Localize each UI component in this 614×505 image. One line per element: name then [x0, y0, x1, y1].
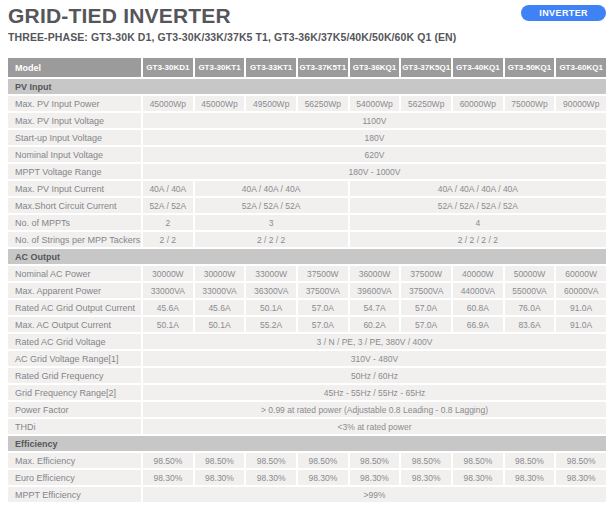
spec-cell: 45.6A	[143, 300, 193, 315]
spec-cell: 98.50%	[505, 453, 555, 468]
spec-cell: 54000Wp	[350, 96, 400, 111]
row-label: No. of Strings per MPP Tackers	[8, 232, 141, 247]
spec-cell: 33000VA	[143, 283, 193, 298]
spec-cell: 30000W	[195, 266, 245, 281]
table-row: MPPT Efficiency>99%	[8, 487, 606, 502]
spec-cell: 57.0A	[298, 300, 348, 315]
spec-cell: 91.0A	[556, 317, 606, 332]
spec-sheet-page: INVERTER GRID-TIED INVERTER THREE-PHASE:…	[0, 0, 614, 502]
table-row: Max. Apparent Power33000VA33000VA36300VA…	[8, 283, 606, 298]
table-row: Max. AC Output Current50.1A50.1A55.2A57.…	[8, 317, 606, 332]
row-label: MPPT Voltage Range	[8, 164, 141, 179]
spec-cell: 98.50%	[143, 453, 193, 468]
table-row: Max. PV Input Power45000Wp45000Wp49500Wp…	[8, 96, 606, 111]
model-name-cell: GT3-37K5Q1	[401, 58, 451, 77]
spec-cell: 90000Wp	[556, 96, 606, 111]
spec-cell: 83.6A	[505, 317, 555, 332]
row-label: Start-up Input Voltage	[8, 130, 141, 145]
table-row: MPPT Voltage Range180V - 1000V	[8, 164, 606, 179]
spec-cell: 60000W	[556, 266, 606, 281]
section-label: PV Input	[8, 79, 606, 94]
spec-cell: 310V - 480V	[143, 351, 606, 366]
section-row: AC Output	[8, 249, 606, 264]
spec-cell: <3% at rated power	[143, 419, 606, 434]
spec-cell: 54.7A	[350, 300, 400, 315]
row-label: No. of MPPTs	[8, 215, 141, 230]
row-label: Grid Frequency Range[2]	[8, 385, 141, 400]
spec-cell: 2 / 2 / 2 / 2	[350, 232, 606, 247]
spec-cell: 39600VA	[350, 283, 400, 298]
model-name-cell: GT3-30KD1	[143, 58, 193, 77]
spec-cell: 45.6A	[195, 300, 245, 315]
spec-cell: 45000Wp	[143, 96, 193, 111]
spec-cell: 180V	[143, 130, 606, 145]
spec-cell: 98.50%	[195, 453, 245, 468]
spec-cell: 55000VA	[505, 283, 555, 298]
spec-cell: 60.2A	[350, 317, 400, 332]
spec-cell: 98.50%	[453, 453, 503, 468]
table-row: Grid Frequency Range[2]45Hz - 55Hz / 55H…	[8, 385, 606, 400]
spec-cell: 33000W	[246, 266, 296, 281]
model-name-cell: GT3-33KT1	[246, 58, 296, 77]
spec-table: ModelGT3-30KD1GT3-30KT1GT3-33KT1GT3-37K5…	[8, 58, 606, 502]
spec-cell: 2 / 2 / 2	[195, 232, 348, 247]
spec-cell: 52A / 52A / 52A	[195, 198, 348, 213]
section-row: PV Input	[8, 79, 606, 94]
spec-cell: 3	[195, 215, 348, 230]
model-name-cell: GT3-50KQ1	[505, 58, 555, 77]
spec-cell: 37500VA	[401, 283, 451, 298]
spec-cell: 52A / 52A / 52A / 52A	[350, 198, 606, 213]
spec-cell: 98.50%	[556, 453, 606, 468]
spec-cell: 98.30%	[143, 470, 193, 485]
row-label: Max. PV Input Voltage	[8, 113, 141, 128]
table-row: Max. Efficiency98.50%98.50%98.50%98.50%9…	[8, 453, 606, 468]
spec-cell: 40A / 40A	[143, 181, 193, 196]
spec-cell: 98.50%	[246, 453, 296, 468]
spec-cell: 40A / 40A / 40A	[195, 181, 348, 196]
model-name-cell: GT3-30KT1	[195, 58, 245, 77]
spec-cell: 56250Wp	[401, 96, 451, 111]
row-label: Max. PV Input Power	[8, 96, 141, 111]
spec-cell: 98.30%	[556, 470, 606, 485]
spec-cell: 98.30%	[246, 470, 296, 485]
spec-cell: 30000W	[143, 266, 193, 281]
row-label: Max. AC Output Current	[8, 317, 141, 332]
spec-cell: 98.50%	[350, 453, 400, 468]
table-row: No. of MPPTs234	[8, 215, 606, 230]
row-label: THDi	[8, 419, 141, 434]
inverter-category-badge[interactable]: INVERTER	[521, 5, 606, 21]
spec-cell: 98.30%	[453, 470, 503, 485]
row-label: Rated Grid Frequency	[8, 368, 141, 383]
table-row: Max.Short Circuit Current52A / 52A52A / …	[8, 198, 606, 213]
table-row: Max. PV Input Current40A / 40A40A / 40A …	[8, 181, 606, 196]
spec-cell: 36000W	[350, 266, 400, 281]
row-label: AC Grid Voltage Range[1]	[8, 351, 141, 366]
spec-cell: 56250Wp	[298, 96, 348, 111]
row-label: Max. PV Input Current	[8, 181, 141, 196]
row-label: Max. Efficiency	[8, 453, 141, 468]
table-row: Nominal Input Voltage620V	[8, 147, 606, 162]
table-row: No. of Strings per MPP Tackers2 / 22 / 2…	[8, 232, 606, 247]
spec-cell: 2 / 2	[143, 232, 193, 247]
page-title: GRID-TIED INVERTER	[8, 4, 606, 28]
spec-cell: 45000Wp	[195, 96, 245, 111]
spec-cell: 98.30%	[298, 470, 348, 485]
row-label: Rated AC Grid Output Current	[8, 300, 141, 315]
spec-cell: 40000W	[453, 266, 503, 281]
spec-cell: 2	[143, 215, 193, 230]
spec-cell: 55.2A	[246, 317, 296, 332]
table-row: Rated AC Grid Voltage3 / N / PE, 3 / PE,…	[8, 334, 606, 349]
table-row: Euro Efficiency98.30%98.30%98.30%98.30%9…	[8, 470, 606, 485]
spec-cell: 37500W	[298, 266, 348, 281]
row-label: Max. Apparent Power	[8, 283, 141, 298]
spec-cell: > 0.99 at rated power (Adjustable 0.8 Le…	[143, 402, 606, 417]
spec-cell: 60.8A	[453, 300, 503, 315]
table-row: Max. PV Input Voltage1100V	[8, 113, 606, 128]
table-row: AC Grid Voltage Range[1]310V - 480V	[8, 351, 606, 366]
spec-cell: 45Hz - 55Hz / 55Hz - 65Hz	[143, 385, 606, 400]
spec-cell: 50.1A	[246, 300, 296, 315]
row-label: Power Factor	[8, 402, 141, 417]
spec-cell: 36300VA	[246, 283, 296, 298]
table-row: Rated Grid Frequency50Hz / 60Hz	[8, 368, 606, 383]
spec-cell: 37500W	[401, 266, 451, 281]
